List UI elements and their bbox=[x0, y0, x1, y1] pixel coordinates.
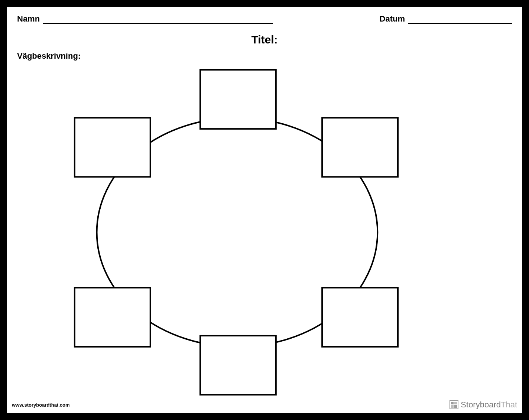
svg-rect-3 bbox=[454, 402, 457, 404]
svg-rect-5 bbox=[454, 405, 457, 408]
footer: www.storyboardthat.com StoryboardThat bbox=[12, 400, 517, 410]
footer-brand: StoryboardThat bbox=[450, 400, 517, 410]
name-input-line[interactable] bbox=[43, 16, 273, 24]
storyboard-icon bbox=[450, 400, 458, 409]
cycle-box-lower-left[interactable] bbox=[75, 288, 150, 347]
name-field-group: Namn bbox=[17, 14, 273, 24]
date-field-group: Datum bbox=[380, 14, 512, 24]
title-label: Titel: bbox=[7, 33, 522, 46]
brand-text-light: That bbox=[501, 400, 517, 409]
cycle-box-upper-right[interactable] bbox=[322, 118, 398, 177]
cycle-box-bottom[interactable] bbox=[200, 336, 276, 395]
date-input-line[interactable] bbox=[408, 16, 512, 24]
cycle-box-top[interactable] bbox=[200, 70, 276, 129]
cycle-box-upper-left[interactable] bbox=[75, 118, 150, 177]
directions-label: Vägbeskrivning: bbox=[17, 51, 81, 61]
date-label: Datum bbox=[380, 14, 405, 24]
svg-rect-4 bbox=[451, 405, 454, 408]
brand-text-bold: Storyboard bbox=[461, 400, 501, 409]
worksheet-page: Namn Datum Titel: Vägbeskrivning: bbox=[7, 7, 522, 413]
svg-rect-2 bbox=[451, 402, 454, 404]
name-label: Namn bbox=[17, 14, 40, 24]
outer-frame: Namn Datum Titel: Vägbeskrivning: bbox=[0, 0, 529, 420]
cycle-box-lower-right[interactable] bbox=[322, 288, 398, 347]
cycle-diagram bbox=[7, 66, 522, 398]
footer-url: www.storyboardthat.com bbox=[12, 402, 70, 408]
cycle-boxes bbox=[75, 70, 398, 395]
cycle-svg bbox=[7, 66, 522, 398]
header-row: Namn Datum bbox=[17, 14, 512, 24]
